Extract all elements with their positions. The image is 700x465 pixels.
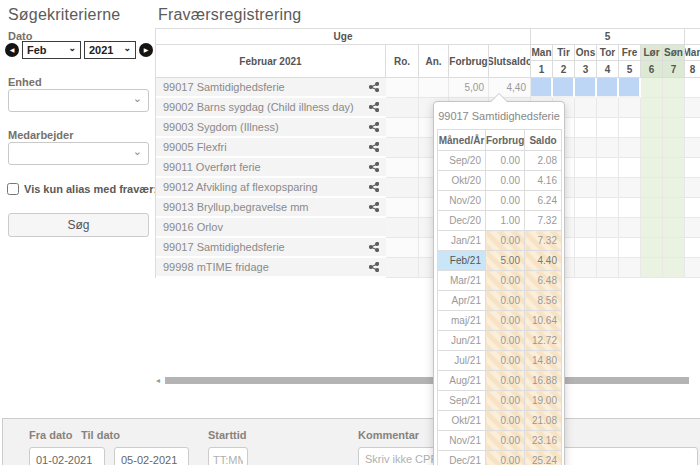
day-cell[interactable] <box>641 118 663 138</box>
share-icon[interactable] <box>369 162 379 172</box>
share-icon[interactable] <box>369 242 379 252</box>
day-cell[interactable] <box>597 258 619 278</box>
balance-month-cell: Nov/21 <box>438 431 486 451</box>
day-cell[interactable] <box>619 158 641 178</box>
absence-type-label[interactable]: 99002 Barns sygdag (Child illness day) <box>156 98 386 118</box>
day-cell[interactable] <box>619 118 641 138</box>
day-cell[interactable] <box>597 178 619 198</box>
day-cell[interactable] <box>641 178 663 198</box>
share-icon[interactable] <box>369 122 379 132</box>
week-number-header-partial <box>685 29 700 45</box>
day-cell[interactable] <box>619 78 641 98</box>
day-cell[interactable] <box>575 158 597 178</box>
share-icon[interactable] <box>369 182 379 192</box>
next-month-button[interactable]: ▶ <box>139 43 153 57</box>
day-cell[interactable] <box>685 78 700 98</box>
day-cell[interactable] <box>619 98 641 118</box>
day-cell[interactable] <box>575 118 597 138</box>
day-cell[interactable] <box>663 258 685 278</box>
day-cell[interactable] <box>641 258 663 278</box>
day-cell[interactable] <box>663 98 685 118</box>
absence-type-label[interactable]: 99011 Overført ferie <box>156 158 386 178</box>
absence-type-label[interactable]: 99016 Orlov <box>156 218 386 238</box>
year-select[interactable]: 2021 ⌄ <box>84 41 136 59</box>
day-cell[interactable] <box>575 178 597 198</box>
absence-type-label[interactable]: 99017 Samtidighedsferie <box>156 238 386 258</box>
day-cell[interactable] <box>663 118 685 138</box>
day-cell[interactable] <box>685 118 700 138</box>
absence-type-text: 99005 Flexfri <box>163 141 227 153</box>
prev-month-button[interactable]: ◀ <box>5 43 19 57</box>
day-cell[interactable] <box>641 138 663 158</box>
medarbejder-select[interactable]: ⌄ <box>8 142 149 165</box>
day-cell[interactable] <box>575 138 597 158</box>
day-cell[interactable] <box>553 78 575 98</box>
day-cell[interactable] <box>641 78 663 98</box>
absence-type-label[interactable]: 99005 Flexfri <box>156 138 386 158</box>
day-cell[interactable] <box>575 78 597 98</box>
day-cell[interactable] <box>619 138 641 158</box>
day-cell[interactable] <box>641 238 663 258</box>
starttid-input[interactable] <box>208 447 248 465</box>
share-icon[interactable] <box>369 262 379 272</box>
absence-type-label[interactable]: 99998 mTIME fridage <box>156 258 386 278</box>
fra-dato-input[interactable] <box>29 447 105 465</box>
day-cell[interactable] <box>641 198 663 218</box>
day-cell[interactable] <box>619 218 641 238</box>
day-cell[interactable] <box>597 138 619 158</box>
day-cell[interactable] <box>597 98 619 118</box>
day-cell[interactable] <box>575 258 597 278</box>
share-icon[interactable] <box>369 202 379 212</box>
day-cell[interactable] <box>597 218 619 238</box>
share-icon[interactable] <box>369 82 379 92</box>
day-cell[interactable] <box>685 138 700 158</box>
day-cell[interactable] <box>619 258 641 278</box>
day-cell[interactable] <box>619 238 641 258</box>
alias-filter-checkbox[interactable] <box>7 183 19 195</box>
day-cell[interactable] <box>597 118 619 138</box>
day-cell[interactable] <box>575 238 597 258</box>
day-cell[interactable] <box>685 258 700 278</box>
scrollbar-thumb[interactable] <box>165 377 689 384</box>
day-cell[interactable] <box>663 158 685 178</box>
day-cell[interactable] <box>531 78 553 98</box>
absence-type-label[interactable]: 99017 Samtidighedsferie <box>156 78 386 98</box>
til-dato-input[interactable] <box>114 447 189 465</box>
day-cell[interactable] <box>663 78 685 98</box>
day-cell[interactable] <box>663 198 685 218</box>
absence-type-label[interactable]: 99012 Afvikling af flexopsparing <box>156 178 386 198</box>
day-cell[interactable] <box>641 218 663 238</box>
day-cell[interactable] <box>575 98 597 118</box>
absence-type-text: 99013 Bryllup,begravelse mm <box>163 201 309 213</box>
day-cell[interactable] <box>597 78 619 98</box>
day-cell[interactable] <box>685 218 700 238</box>
search-button[interactable]: Søg <box>8 213 149 237</box>
day-cell[interactable] <box>619 198 641 218</box>
day-cell[interactable] <box>685 178 700 198</box>
day-cell[interactable] <box>685 198 700 218</box>
day-cell[interactable] <box>641 158 663 178</box>
day-cell[interactable] <box>663 138 685 158</box>
day-cell[interactable] <box>575 198 597 218</box>
day-cell[interactable] <box>619 178 641 198</box>
absence-row: 99017 Samtidighedsferie 5,00 4,40 <box>156 78 700 98</box>
balance-saldo-cell: 8.56 <box>525 291 562 311</box>
day-cell[interactable] <box>641 98 663 118</box>
share-icon[interactable] <box>369 142 379 152</box>
enhed-select[interactable]: ⌄ <box>8 89 149 112</box>
month-select[interactable]: Feb ⌄ <box>22 41 81 59</box>
day-cell[interactable] <box>575 218 597 238</box>
day-cell[interactable] <box>597 238 619 258</box>
day-cell[interactable] <box>685 238 700 258</box>
share-icon[interactable] <box>369 102 379 112</box>
day-cell[interactable] <box>597 198 619 218</box>
absence-type-label[interactable]: 99003 Sygdom (Illness) <box>156 118 386 138</box>
day-cell[interactable] <box>663 218 685 238</box>
day-cell[interactable] <box>685 98 700 118</box>
day-cell[interactable] <box>685 158 700 178</box>
scroll-left-icon[interactable]: ◂ <box>156 376 160 385</box>
absence-type-label[interactable]: 99013 Bryllup,begravelse mm <box>156 198 386 218</box>
day-cell[interactable] <box>663 178 685 198</box>
day-cell[interactable] <box>597 158 619 178</box>
day-cell[interactable] <box>663 238 685 258</box>
